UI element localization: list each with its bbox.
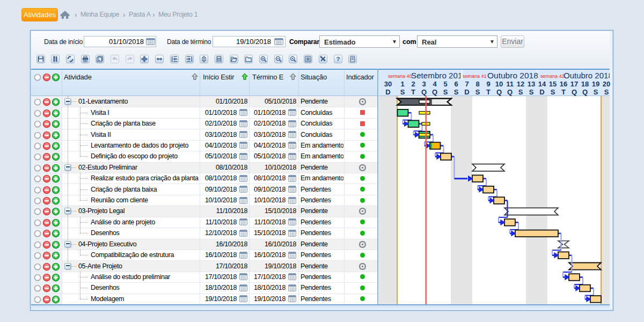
svg-text:?: ? — [336, 56, 340, 62]
